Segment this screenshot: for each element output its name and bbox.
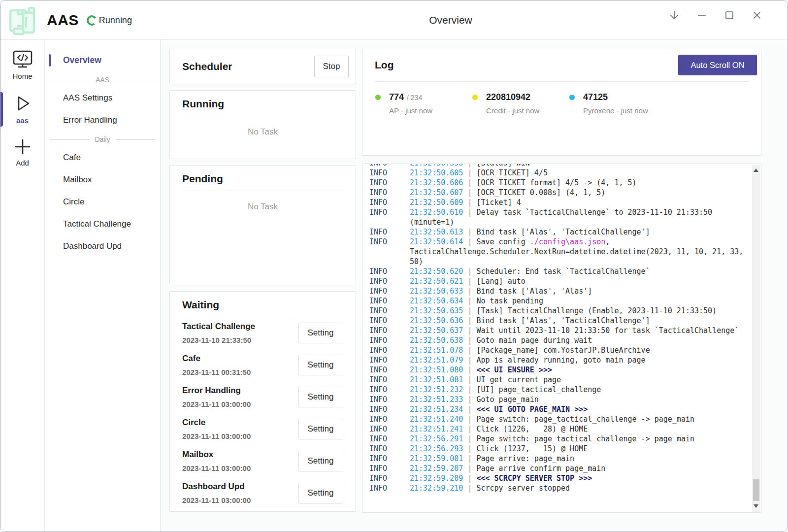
rail-item-aas[interactable]: aas: [0, 93, 44, 125]
task-setting-button[interactable]: Setting: [298, 323, 343, 343]
stat-top: 774/ 234: [375, 92, 472, 102]
log-time: 21:32:50.636: [410, 316, 463, 325]
log-time: 21:32:51.080: [410, 366, 463, 374]
log-separator: |: [463, 434, 476, 443]
sidebar-item-aas-settings[interactable]: AAS Settings: [45, 89, 160, 107]
window-title: Overview: [161, 0, 741, 40]
log-separator: |: [463, 425, 476, 433]
log-scrollbar[interactable]: [752, 165, 760, 512]
log-time: 21:32:51.234: [410, 405, 463, 414]
scheduler-card: Scheduler Stop: [169, 49, 356, 84]
log-message: Goto page_main: [476, 395, 538, 404]
log-separator: |: [463, 164, 476, 167]
log-entry: INFO21:32:51.080 | <<< UI ENSURE >>>: [369, 365, 752, 375]
task-next-run: 2023-11-11 00:31:50: [182, 368, 251, 376]
log-separator: |: [463, 405, 476, 414]
stat-item: 774/ 234AP - just now: [375, 92, 472, 115]
log-entry: INFO21:32:50.637 | Wait until 2023-11-10…: [369, 326, 752, 335]
task-name: Tactical Challenge: [182, 322, 255, 332]
stat-dot-icon: [375, 95, 381, 100]
rail-item-home[interactable]: Home: [0, 50, 44, 80]
sidebar-item-circle[interactable]: Circle: [45, 193, 160, 211]
log-message: Page arrive: page_main: [476, 454, 574, 463]
log-separator: |: [463, 188, 476, 197]
log-separator: |: [463, 326, 476, 335]
log-message: Page arrive confirm page_main: [476, 464, 605, 473]
task-setting-button[interactable]: Setting: [298, 451, 343, 471]
log-level: INFO: [369, 164, 410, 168]
log-level: INFO: [369, 444, 410, 454]
auto-scroll-button[interactable]: Auto Scroll ON: [678, 55, 757, 75]
log-entry: INFO21:32:51.241 | Click (1226, 28) @ HO…: [369, 424, 752, 434]
log-view: INFO21:32:50.598 | [Status] WININFO21:32…: [362, 164, 761, 513]
log-scroll-area[interactable]: INFO21:32:50.598 | [Status] WININFO21:32…: [362, 164, 752, 512]
sidebar-item-mailbox[interactable]: Mailbox: [45, 170, 160, 189]
log-entry: INFO21:32:56.291 | Page switch: page_tac…: [369, 434, 752, 444]
sidebar-item-error-handling[interactable]: Error Handling: [45, 111, 160, 130]
log-separator: |: [463, 168, 476, 177]
waiting-card: Waiting Tactical Challenge2023-11-10 21:…: [169, 291, 356, 512]
task-next-run: 2023-11-11 03:00:00: [182, 432, 251, 440]
log-message: [Ticket] 4: [476, 198, 521, 207]
log-separator: |: [463, 198, 476, 207]
log-entries: INFO21:32:50.598 | [Status] WININFO21:32…: [369, 164, 752, 493]
log-time: 21:32:50.610: [410, 208, 463, 217]
task-info: Dashboard Upd2023-11-11 03:00:00: [182, 482, 251, 504]
task-info: Mailbox2023-11-11 03:00:00: [182, 450, 251, 472]
log-message: [Package_name] com.YostarJP.BlueArchive: [476, 346, 650, 355]
log-message: Wait until 2023-11-10 21:33:50 for task …: [476, 326, 739, 335]
stop-button[interactable]: Stop: [314, 56, 349, 77]
hide-arrow-down-button[interactable]: [667, 8, 681, 22]
running-status: Running: [99, 15, 132, 26]
log-header: Log Auto Scroll ON: [362, 49, 761, 81]
task-info: Circle2023-11-11 03:00:00: [182, 418, 251, 440]
log-level: INFO: [369, 178, 410, 188]
sidebar-item-tactical-challenge[interactable]: Tactical Challenge: [45, 215, 160, 233]
task-info: Error Handling2023-11-11 03:00:00: [182, 386, 251, 408]
scroll-thumb[interactable]: [753, 479, 759, 501]
topbar: AAS Running Overview: [0, 0, 788, 40]
task-name: Dashboard Upd: [182, 482, 251, 492]
log-level: INFO: [369, 414, 410, 424]
log-message: <<< UI ENSURE >>>: [476, 366, 552, 374]
log-entry: INFO21:32:50.638 | Goto main page during…: [369, 335, 752, 345]
scroll-down-button[interactable]: [754, 504, 758, 508]
log-entry: INFO21:32:50.635 | [Task] TacticalChalle…: [369, 306, 752, 316]
task-setting-button[interactable]: Setting: [298, 419, 343, 439]
log-message: Click (1226, 28) @ HOME: [476, 425, 588, 433]
task-setting-button[interactable]: Setting: [298, 387, 343, 407]
log-level: INFO: [369, 306, 410, 316]
log-entry: INFO21:32:50.636 | Bind task ['Alas', 'T…: [369, 316, 752, 326]
close-button[interactable]: [750, 8, 764, 22]
task-name: Circle: [182, 418, 251, 428]
log-separator: |: [463, 464, 476, 473]
waiting-task-row: Error Handling2023-11-11 03:00:00Setting: [170, 381, 356, 413]
log-level: INFO: [369, 355, 410, 365]
minimize-button[interactable]: [695, 8, 709, 22]
divider-line: [115, 139, 155, 140]
sidebar-item-cafe[interactable]: Cafe: [45, 148, 160, 167]
maximize-button[interactable]: [722, 8, 736, 22]
waiting-task-row: Tactical Challenge2023-11-10 21:33:50Set…: [170, 317, 356, 349]
log-entry: INFO21:32:51.233 | Goto page_main: [369, 395, 752, 404]
task-setting-button[interactable]: Setting: [298, 355, 343, 375]
log-entry: INFO21:32:50.620 | Scheduler: End task `…: [369, 266, 752, 276]
log-level: INFO: [369, 168, 410, 178]
log-message: [Lang] auto: [476, 277, 525, 286]
log-entry: INFO21:32:59.207 | Page arrive confirm p…: [369, 464, 752, 473]
log-time: 21:32:50.605: [410, 168, 463, 177]
rail-item-add[interactable]: Add: [0, 137, 44, 167]
log-entry: INFO21:32:50.614 | Save config ./config\…: [369, 237, 752, 266]
log-separator: |: [463, 395, 476, 404]
scroll-up-button[interactable]: [754, 168, 758, 172]
sidebar-item-dashboard-upd[interactable]: Dashboard Upd: [45, 237, 160, 256]
log-message: <<< UI GOTO PAGE_MAIN >>>: [476, 405, 588, 414]
stat-total: / 234: [407, 94, 422, 101]
log-entry: INFO21:32:50.606 | [OCR_TICKET format] 4…: [369, 178, 752, 188]
stat-label: Credit - just now: [486, 106, 569, 115]
task-setting-button[interactable]: Setting: [298, 483, 343, 503]
plus-icon: [13, 137, 32, 156]
log-time: 21:32:51.232: [410, 385, 463, 394]
log-message: Scrcpy server stopped: [476, 484, 570, 493]
sidebar-item-overview[interactable]: Overview: [45, 51, 160, 70]
